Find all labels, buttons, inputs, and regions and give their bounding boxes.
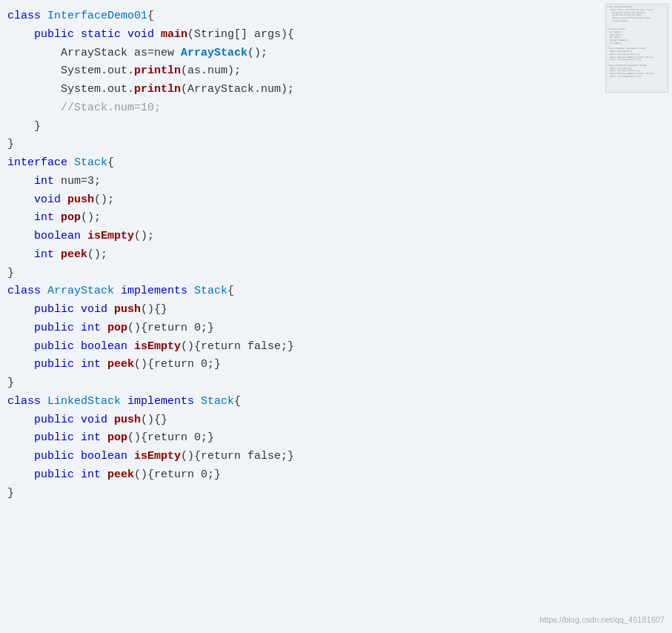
code-editor: class InterfaceDemo01{ public static voi…: [0, 0, 672, 633]
code-token: ();: [81, 211, 101, 224]
code-line: int num=3;: [7, 173, 672, 191]
code-token: ();: [94, 193, 114, 206]
code-token: main: [161, 28, 187, 41]
code-line: }: [7, 485, 672, 503]
code-token: int: [7, 175, 61, 188]
code-token: public void: [7, 303, 114, 316]
code-token: int: [7, 248, 61, 261]
code-token: num=3;: [61, 175, 101, 188]
code-token: ArrayStack as=new: [7, 47, 181, 59]
minimap: class InterfaceDemo01{ public static voi…: [605, 4, 668, 93]
code-token: public int: [7, 322, 107, 334]
code-token: System.out.: [7, 83, 134, 96]
code-line: interface Stack{: [7, 154, 672, 173]
code-line: boolean isEmpty();: [7, 228, 672, 246]
code-line: }: [7, 136, 672, 154]
watermark-text: https://blog.csdn.net/qq_45181607: [539, 614, 665, 627]
code-token: isEmpty: [134, 450, 181, 463]
code-line: class LinkedStack implements Stack{: [7, 393, 672, 411]
code-token: implements: [114, 285, 194, 297]
code-token: Stack: [201, 395, 234, 408]
code-line: }: [7, 265, 672, 283]
code-token: push: [67, 193, 94, 206]
code-token: ArrayStack: [47, 285, 114, 297]
code-token: ();: [247, 47, 267, 59]
code-token: (){}: [141, 414, 167, 426]
code-token: public static void: [7, 28, 161, 41]
code-line: ArrayStack as=new ArrayStack();: [7, 44, 672, 63]
code-line: class InterfaceDemo01{: [7, 7, 672, 26]
minimap-text: class InterfaceDemo01{ public static voi…: [608, 6, 666, 81]
code-token: Stack: [194, 285, 227, 297]
code-line: public boolean isEmpty(){return false;}: [7, 448, 672, 466]
code-token: LinkedStack: [47, 395, 121, 408]
code-line: public void push(){}: [7, 301, 672, 319]
code-token: pop: [61, 211, 81, 224]
code-token: pop: [107, 322, 127, 334]
code-line: int pop();: [7, 209, 672, 228]
code-token: interface: [7, 156, 74, 169]
code-token: (){}: [141, 303, 167, 316]
code-line: public int pop(){return 0;}: [7, 319, 672, 338]
code-line: public int pop(){return 0;}: [7, 429, 672, 448]
code-token: peek: [61, 248, 87, 261]
code-token: ();: [87, 248, 107, 261]
code-token: isEmpty: [134, 340, 181, 353]
code-token: println: [134, 83, 181, 96]
code-token: public int: [7, 468, 107, 481]
code-token: (){return 0;}: [127, 431, 214, 444]
code-token: public void: [7, 414, 114, 426]
code-line: }: [7, 374, 672, 393]
code-token: public boolean: [7, 450, 134, 463]
code-token: //Stack.num=10;: [7, 102, 161, 114]
code-token: Stack: [74, 156, 107, 169]
code-line: int peek();: [7, 246, 672, 265]
code-token: peek: [107, 358, 134, 371]
code-token: public int: [7, 431, 107, 444]
code-token: {: [227, 285, 234, 297]
code-token: println: [134, 64, 181, 77]
code-token: (){return false;}: [181, 340, 294, 353]
code-token: (){return 0;}: [127, 322, 214, 334]
code-token: (){return 0;}: [134, 358, 221, 371]
code-content: class InterfaceDemo01{ public static voi…: [7, 7, 672, 503]
code-token: System.out.: [7, 64, 134, 77]
code-token: isEmpty: [87, 230, 134, 242]
code-line: public boolean isEmpty(){return false;}: [7, 338, 672, 357]
code-token: }: [7, 377, 14, 389]
code-token: (){return false;}: [181, 450, 294, 463]
code-line: System.out.println(ArrayStack.num);: [7, 81, 672, 99]
code-token: {: [147, 10, 154, 22]
code-token: int: [7, 211, 61, 224]
code-line: System.out.println(as.num);: [7, 62, 672, 81]
code-token: {: [234, 395, 241, 408]
code-token: InterfaceDemo01: [47, 10, 147, 22]
code-token: }: [7, 138, 14, 150]
code-token: ArrayStack: [181, 47, 247, 59]
code-line: public int peek(){return 0;}: [7, 466, 672, 485]
code-line: public int peek(){return 0;}: [7, 356, 672, 374]
code-token: push: [114, 414, 141, 426]
code-token: }: [7, 267, 14, 279]
code-token: (ArrayStack.num);: [181, 83, 294, 96]
code-token: pop: [107, 431, 127, 444]
code-token: peek: [107, 468, 134, 481]
code-token: }: [7, 120, 41, 133]
code-token: (String[] args){: [187, 28, 294, 41]
code-token: class: [7, 285, 47, 297]
code-line: }: [7, 118, 672, 136]
code-line: class ArrayStack implements Stack{: [7, 282, 672, 301]
code-token: }: [7, 487, 14, 500]
code-token: public boolean: [7, 340, 134, 353]
code-line: public static void main(String[] args){: [7, 26, 672, 44]
code-token: boolean: [7, 230, 87, 242]
code-line: void push();: [7, 191, 672, 210]
code-token: public int: [7, 358, 107, 371]
code-token: void: [7, 193, 67, 206]
code-token: implements: [121, 395, 201, 408]
code-token: push: [114, 303, 141, 316]
code-token: class: [7, 395, 47, 408]
code-token: class: [7, 10, 47, 22]
code-token: ();: [134, 230, 154, 242]
code-token: {: [107, 156, 114, 169]
